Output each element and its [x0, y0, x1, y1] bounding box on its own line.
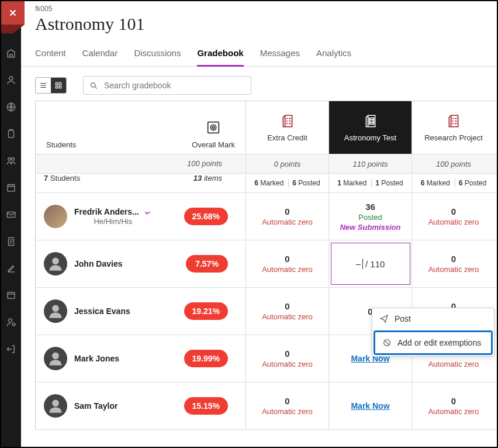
overall-icon	[205, 119, 222, 136]
clipboard-icon[interactable]	[6, 129, 16, 139]
students-header-label: Students	[46, 140, 76, 149]
calendar-icon[interactable]	[6, 182, 16, 193]
svg-point-9	[9, 319, 12, 322]
search-input[interactable]	[103, 80, 245, 91]
profile-icon[interactable]	[6, 75, 16, 85]
student-row: John Davies 7.57% 0 Automatic zero – / 1…	[36, 240, 497, 288]
person-icon	[47, 256, 64, 272]
close-icon	[8, 8, 18, 18]
research-project-label: Research Project	[424, 133, 483, 142]
overall-grade-pill[interactable]: 15.15%	[184, 397, 228, 415]
post-option[interactable]: Post	[372, 308, 494, 329]
grade-cell[interactable]: 0 Automatic zero	[246, 335, 329, 382]
person-icon	[47, 303, 64, 319]
groups-icon[interactable]	[6, 156, 16, 166]
exemptions-option[interactable]: Add or edit exemptions	[374, 330, 493, 355]
grade-cell[interactable]: 0 Automatic zero	[246, 288, 329, 335]
svg-point-26	[52, 353, 59, 360]
svg-rect-8	[8, 292, 15, 299]
extra-summary: 6 Marked6 Posted	[254, 179, 320, 187]
grid-icon	[54, 81, 63, 89]
svg-point-0	[9, 77, 13, 80]
tab-discussions[interactable]: Discussions	[134, 42, 181, 66]
mark-now-link[interactable]: Mark Now	[351, 401, 389, 411]
globe-icon[interactable]	[6, 102, 16, 112]
tab-analytics[interactable]: Analytics	[316, 42, 351, 66]
person-icon	[47, 398, 64, 414]
grid-header-row: Students Overall Mark Extra Credit	[36, 101, 497, 154]
course-tabs: Content Calendar Discussions Gradebook M…	[21, 42, 497, 67]
svg-point-22	[370, 122, 371, 123]
grade-input-cell[interactable]: – / 110	[329, 240, 412, 287]
avatar	[44, 394, 67, 418]
global-nav	[1, 1, 21, 447]
student-name[interactable]: Mark Jones	[74, 354, 119, 363]
accommodation-icon	[144, 209, 152, 217]
course-title: Astronomy 101	[35, 14, 483, 34]
student-name[interactable]: John Davies	[74, 259, 122, 268]
assignment-icon	[280, 113, 295, 129]
prohibit-icon	[382, 338, 392, 347]
research-project-header[interactable]: Research Project	[412, 101, 495, 154]
avatar	[44, 299, 67, 323]
svg-rect-19	[369, 118, 374, 124]
student-name[interactable]: Fredrik Anders...	[74, 207, 139, 216]
window-icon[interactable]	[6, 290, 16, 301]
signout-icon[interactable]	[6, 344, 16, 354]
extra-credit-label: Extra Credit	[267, 133, 307, 142]
extra-credit-header[interactable]: Extra Credit	[246, 101, 329, 154]
avatar	[44, 205, 67, 228]
send-icon	[379, 314, 389, 323]
document-icon[interactable]	[6, 236, 16, 247]
overall-grade-pill[interactable]: 7.57%	[186, 255, 228, 273]
grade-cell[interactable]: 0 Automatic zero	[412, 382, 495, 429]
overall-grade-pill[interactable]: 25.68%	[184, 208, 228, 225]
svg-rect-5	[8, 185, 15, 191]
grid-view-button[interactable]	[51, 78, 66, 93]
tab-calendar[interactable]: Calendar	[82, 42, 118, 66]
svg-rect-13	[56, 86, 58, 88]
messages-icon[interactable]	[6, 209, 16, 220]
search-box[interactable]	[83, 76, 251, 95]
grade-input-value[interactable]: –	[356, 259, 363, 269]
close-button[interactable]	[1, 1, 25, 25]
svg-rect-12	[59, 82, 61, 85]
svg-point-3	[8, 158, 11, 161]
institution-icon[interactable]	[6, 48, 16, 58]
grade-cell-menu: Post Add or edit exemptions	[372, 308, 494, 357]
grade-cell[interactable]: 0 Automatic zero	[246, 240, 329, 287]
grade-cell[interactable]: 0 Automatic zero	[412, 240, 495, 287]
astronomy-test-header[interactable]: Astronomy Test	[329, 101, 412, 154]
grade-cell[interactable]: 0 Automatic zero	[412, 193, 495, 240]
tab-content[interactable]: Content	[35, 42, 66, 66]
tab-messages[interactable]: Messages	[260, 42, 300, 66]
svg-point-20	[370, 119, 371, 120]
overall-points: 100 points	[187, 159, 222, 168]
list-view-button[interactable]	[36, 78, 51, 93]
svg-point-27	[52, 400, 59, 407]
admin-icon[interactable]	[6, 317, 16, 328]
student-count: 7 Students	[44, 174, 80, 182]
search-icon	[89, 81, 98, 90]
student-name[interactable]: Jessica Evans	[74, 306, 130, 316]
overall-grade-pill[interactable]: 19.21%	[184, 302, 228, 320]
overall-grade-pill[interactable]: 19.99%	[184, 350, 228, 367]
student-pronouns: He/Him/His	[74, 217, 152, 226]
student-name[interactable]: Sam Taylor	[74, 401, 117, 411]
research-summary: 6 Marked6 Posted	[421, 179, 486, 187]
astro-summary: 1 Marked1 Posted	[337, 179, 403, 187]
students-header-cell: Students Overall Mark	[36, 101, 246, 154]
tab-gradebook[interactable]: Gradebook	[197, 42, 243, 67]
grade-cell[interactable]: 0 Automatic zero	[246, 382, 329, 429]
astronomy-test-label: Astronomy Test	[344, 133, 396, 142]
grade-cell[interactable]: Mark Now	[329, 382, 412, 429]
svg-rect-14	[59, 86, 61, 88]
gradebook-grid: Students Overall Mark Extra Credit	[35, 101, 497, 430]
main-panel: fk005 Astronomy 101 Content Calendar Dis…	[21, 1, 497, 447]
edit-icon[interactable]	[6, 263, 16, 274]
course-header: fk005 Astronomy 101	[21, 1, 497, 34]
svg-rect-16	[208, 122, 219, 133]
grade-cell[interactable]: 36 Posted New Submission	[329, 193, 412, 240]
grade-cell[interactable]: 0 Automatic zero	[246, 193, 329, 240]
test-icon	[363, 113, 378, 129]
